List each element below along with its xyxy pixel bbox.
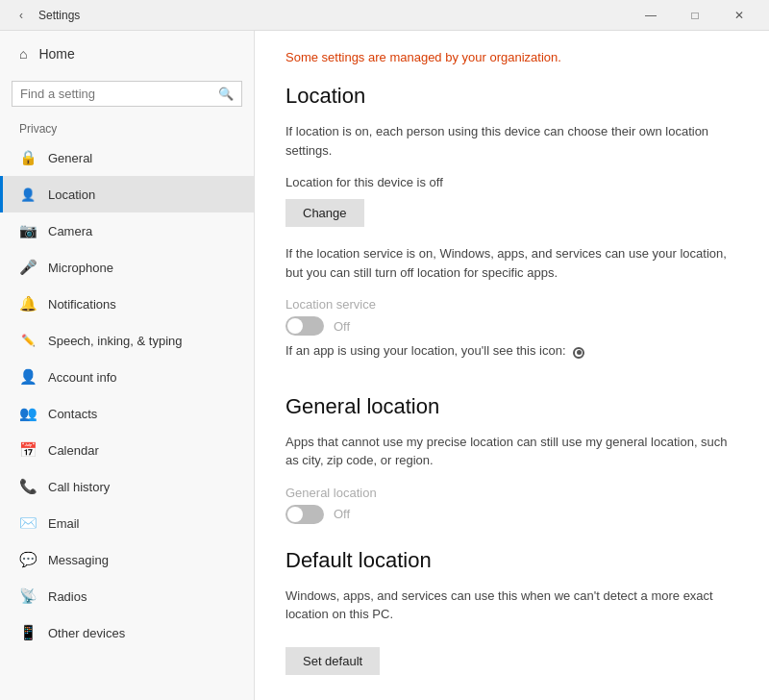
sidebar-item-label: Call history [48,480,110,494]
general-location-desc: Apps that cannot use my precise location… [285,433,738,470]
device-status: Location for this device is off [285,175,738,189]
sidebar-item-radios[interactable]: 📡 Radios [0,578,254,614]
email-icon: ✉️ [19,514,37,532]
sidebar-item-general[interactable]: 🔒 General [0,139,254,176]
window-controls: — □ ✕ [629,0,761,31]
org-warning: Some settings are managed by your organi… [285,50,738,64]
general-icon: 🔒 [19,149,37,166]
sidebar-item-label: Notifications [48,297,116,312]
location-service-toggle[interactable] [285,316,324,336]
toggle-knob [287,318,303,334]
notifications-icon: 🔔 [19,295,37,312]
callhistory-icon: 📞 [19,478,37,495]
calendar-icon: 📅 [19,441,37,459]
home-label: Home [38,46,74,62]
sidebar-item-label: Other devices [48,626,125,640]
search-box[interactable]: 🔍 [12,81,242,107]
sidebar-item-label: Account info [48,370,117,385]
sidebar-item-label: Location [48,188,95,202]
sidebar-item-contacts[interactable]: 👥 Contacts [0,395,254,432]
toggle-knob [287,507,303,522]
sidebar-item-email[interactable]: ✉️ Email [0,505,254,541]
general-location-title: General location [285,394,738,419]
general-location-toggle-row: Off [285,505,738,524]
sidebar-item-label: Email [48,516,80,531]
minimize-button[interactable]: — [629,0,673,31]
radios-icon: 📡 [19,588,37,605]
content-area: Some settings are managed by your organi… [255,31,769,700]
location-service-toggle-row: Off [285,316,738,336]
sidebar-item-label: Contacts [48,407,97,421]
sidebar-item-home[interactable]: ⌂ Home [0,31,254,77]
account-icon: 👤 [19,368,37,386]
sidebar-item-calendar[interactable]: 📅 Calendar [0,432,254,468]
microphone-icon: 🎤 [19,259,37,276]
sidebar-item-microphone[interactable]: 🎤 Microphone [0,249,254,286]
sidebar-item-camera[interactable]: 📷 Camera [0,212,254,249]
speech-icon: ✏️ [19,332,37,349]
general-location-label: General location [285,486,738,500]
sidebar-item-label: Radios [48,589,87,604]
sidebar-item-location[interactable]: 👤 Location [0,176,254,212]
change-button[interactable]: Change [285,199,364,227]
camera-icon: 📷 [19,222,37,239]
default-location-desc: Windows, apps, and services can use this… [285,587,738,624]
sidebar-item-label: Microphone [48,261,113,275]
sidebar-item-label: Speech, inking, & typing [48,334,182,348]
location-icon: 👤 [19,186,37,203]
general-location-off-text: Off [334,507,350,521]
sidebar-item-label: Camera [48,224,92,238]
divider-1 [285,378,738,379]
sidebar-item-label: Calendar [48,443,99,458]
main-layout: ⌂ Home 🔍 Privacy 🔒 General 👤 Location 📷 … [0,31,769,700]
sidebar-item-callhistory[interactable]: 📞 Call history [0,468,254,505]
location-title: Location [285,84,738,109]
sidebar-item-label: Messaging [48,553,109,567]
set-default-button[interactable]: Set default [285,647,380,675]
otherdevices-icon: 📱 [19,624,37,641]
sidebar-item-otherdevices[interactable]: 📱 Other devices [0,614,254,651]
contacts-icon: 👥 [19,405,37,422]
location-service-label: Location service [285,297,738,312]
default-location-title: Default location [285,548,738,573]
divider-2 [285,532,738,533]
location-desc: If location is on, each person using thi… [285,122,738,160]
sidebar-item-account[interactable]: 👤 Account info [0,359,254,395]
service-desc: If the location service is on, Windows, … [285,244,738,282]
icon-hint: If an app is using your location, you'll… [285,343,738,359]
titlebar-title: Settings [38,9,80,22]
sidebar-item-messaging[interactable]: 💬 Messaging [0,541,254,578]
sidebar: ⌂ Home 🔍 Privacy 🔒 General 👤 Location 📷 … [0,31,255,700]
back-button[interactable]: ‹ [8,2,35,29]
search-input[interactable] [20,87,212,101]
search-icon[interactable]: 🔍 [218,87,234,101]
location-service-off-text: Off [334,319,350,334]
titlebar: ‹ Settings — □ ✕ [0,0,769,31]
sidebar-item-label: General [48,151,92,165]
messaging-icon: 💬 [19,551,37,568]
close-button[interactable]: ✕ [717,0,761,31]
sidebar-section-privacy: Privacy [0,118,254,139]
general-location-toggle[interactable] [285,505,324,524]
sidebar-item-notifications[interactable]: 🔔 Notifications [0,286,254,322]
home-icon: ⌂ [19,46,27,62]
maximize-button[interactable]: □ [673,0,717,31]
location-indicator-icon [573,343,584,358]
sidebar-item-speech[interactable]: ✏️ Speech, inking, & typing [0,322,254,359]
